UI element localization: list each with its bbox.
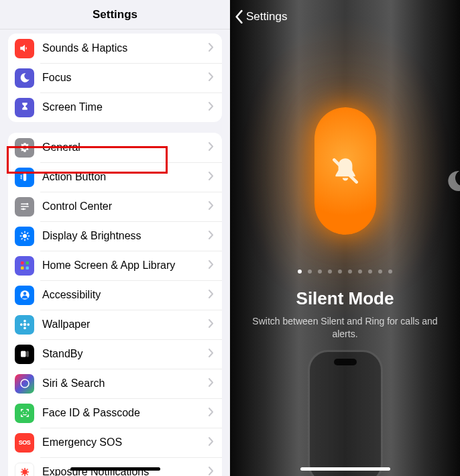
chevron-right-icon xyxy=(209,141,214,154)
mode-title: Silent Mode xyxy=(230,288,460,309)
page-dot[interactable] xyxy=(358,270,362,274)
back-label: Settings xyxy=(246,10,287,23)
page-dot[interactable] xyxy=(378,270,382,274)
gear-icon xyxy=(15,138,34,158)
settings-row-sounds[interactable]: Sounds & Haptics xyxy=(8,34,222,63)
settings-group: GeneralAction ButtonControl CenterDispla… xyxy=(8,133,222,476)
chevron-right-icon xyxy=(209,230,214,242)
chevron-right-icon xyxy=(209,200,214,213)
settings-group: Sounds & HapticsFocusScreen Time xyxy=(8,34,222,122)
settings-row-action[interactable]: Action Button xyxy=(8,162,222,192)
settings-row-expose[interactable]: Exposure Notifications xyxy=(8,457,222,476)
settings-header: Settings xyxy=(0,0,230,29)
settings-row-label: Home Screen & App Library xyxy=(42,259,209,272)
bell-slash-icon xyxy=(329,154,362,188)
settings-row-label: Siri & Search xyxy=(42,377,209,390)
chevron-right-icon xyxy=(209,289,214,301)
settings-row-screent[interactable]: Screen Time xyxy=(8,93,222,122)
chevron-right-icon xyxy=(209,436,214,449)
sun-icon xyxy=(15,227,34,246)
phone-frame-visual xyxy=(308,350,383,476)
mode-description: Switch between Silent and Ring for calls… xyxy=(249,315,441,341)
action-button-pane: Settings Silent Mode Switch between Sile… xyxy=(230,0,460,476)
chevron-right-icon xyxy=(209,42,214,54)
siri-icon xyxy=(15,374,34,394)
settings-row-label: General xyxy=(42,141,209,154)
page-dot[interactable] xyxy=(318,270,322,274)
moon-icon xyxy=(445,169,460,193)
settings-row-control[interactable]: Control Center xyxy=(8,192,222,221)
chevron-right-icon xyxy=(209,407,214,419)
settings-row-siri[interactable]: Siri & Search xyxy=(8,369,222,398)
page-indicator[interactable] xyxy=(230,270,460,274)
page-dot[interactable] xyxy=(368,270,372,274)
settings-row-home[interactable]: Home Screen & App Library xyxy=(8,251,222,280)
page-dot[interactable] xyxy=(308,270,312,274)
page-dot[interactable] xyxy=(298,270,302,274)
chevron-right-icon xyxy=(209,72,214,84)
settings-row-label: StandBy xyxy=(42,348,209,360)
action-button-visual[interactable] xyxy=(314,107,376,235)
home-indicator[interactable] xyxy=(70,467,160,471)
grid-icon xyxy=(15,256,34,276)
action-icon xyxy=(15,168,34,187)
home-indicator[interactable] xyxy=(300,467,390,471)
settings-row-display[interactable]: Display & Brightness xyxy=(8,221,222,251)
chevron-right-icon xyxy=(209,348,214,360)
chevron-right-icon xyxy=(209,377,214,390)
settings-row-general[interactable]: General xyxy=(8,133,222,162)
chevron-right-icon xyxy=(209,101,214,113)
chevron-right-icon xyxy=(209,259,214,272)
page-dot[interactable] xyxy=(338,270,342,274)
hourglass-icon xyxy=(15,98,34,117)
sos-icon: SOS xyxy=(15,433,34,453)
page-dot[interactable] xyxy=(388,270,392,274)
settings-row-standby[interactable]: StandBy xyxy=(8,339,222,369)
chevron-right-icon xyxy=(209,318,214,331)
settings-row-label: Sounds & Haptics xyxy=(42,42,209,54)
settings-row-focus[interactable]: Focus xyxy=(8,63,222,93)
chevron-right-icon xyxy=(209,466,214,476)
settings-pane: Settings Sounds & HapticsFocusScreen Tim… xyxy=(0,0,230,476)
sliders-icon xyxy=(15,197,34,217)
settings-row-label: Action Button xyxy=(42,171,209,183)
moon-icon xyxy=(15,68,34,88)
settings-row-wall[interactable]: Wallpaper xyxy=(8,310,222,339)
chevron-left-icon xyxy=(234,9,243,24)
settings-row-access[interactable]: Accessibility xyxy=(8,280,222,310)
back-button[interactable]: Settings xyxy=(234,9,287,24)
next-mode-preview[interactable] xyxy=(445,169,460,193)
settings-row-label: Wallpaper xyxy=(42,318,209,331)
settings-row-label: Screen Time xyxy=(42,101,209,113)
settings-row-label: Focus xyxy=(42,72,209,84)
settings-row-label: Emergency SOS xyxy=(42,436,209,449)
chevron-right-icon xyxy=(209,171,214,183)
page-dot[interactable] xyxy=(348,270,352,274)
faceid-icon xyxy=(15,404,34,423)
settings-row-sos[interactable]: SOSEmergency SOS xyxy=(8,428,222,457)
settings-row-faceid[interactable]: Face ID & Passcode xyxy=(8,398,222,428)
page-dot[interactable] xyxy=(328,270,332,274)
detail-header: Settings xyxy=(230,0,460,34)
settings-row-label: Accessibility xyxy=(42,289,209,301)
standby-icon xyxy=(15,345,34,364)
speaker-icon xyxy=(15,39,34,58)
person-icon xyxy=(15,286,34,305)
settings-title: Settings xyxy=(93,8,137,21)
settings-row-label: Face ID & Passcode xyxy=(42,407,209,419)
flower-icon xyxy=(15,315,34,335)
virus-icon xyxy=(15,463,34,477)
settings-row-label: Control Center xyxy=(42,200,209,213)
settings-list[interactable]: Sounds & HapticsFocusScreen TimeGeneralA… xyxy=(0,29,230,476)
settings-row-label: Display & Brightness xyxy=(42,230,209,242)
